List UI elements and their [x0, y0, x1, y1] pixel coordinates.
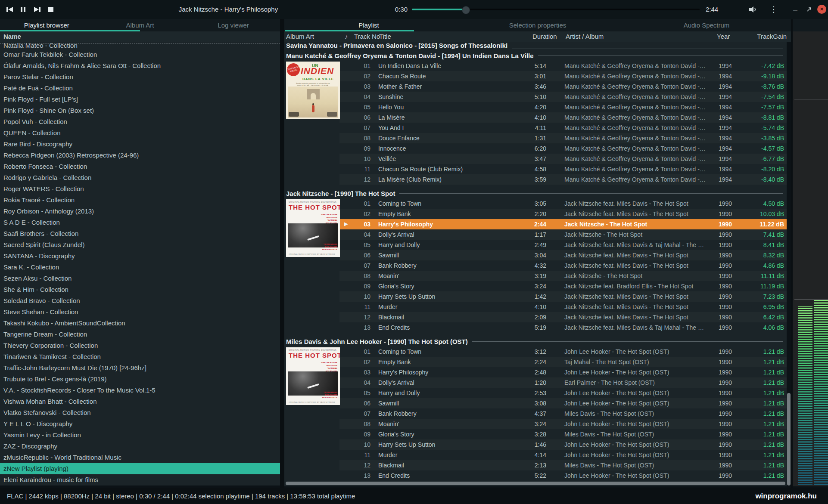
track-row[interactable]: 07Bank Robbery4:37Miles Davis - The Hot … [339, 408, 787, 419]
playlist-browser-item[interactable]: Roy Orbison - Anthology (2013) [0, 206, 280, 217]
playlist-browser-item[interactable]: Tinariwen & Tamikrest - Collection [0, 351, 280, 362]
track-row[interactable]: 08Moanin'3:19Jack Nitzsche - The Hot Spo… [339, 271, 787, 281]
playlist-browser-item[interactable]: Traffic-John Barleycorn Must Die (1970) … [0, 362, 280, 374]
tab-audio-spectrum[interactable]: Audio Spectrum [622, 19, 791, 31]
playlist-browser-item[interactable]: Popol Vuh - Collection [0, 116, 280, 127]
track-row[interactable]: 02Empty Bank2:20Jack Nitzsche feat. Mile… [339, 209, 787, 219]
album-art[interactable]: CHACUN SA ROUTEUNINDIENDANS LA VILLEBand… [286, 62, 340, 119]
stop-button[interactable] [47, 6, 55, 13]
playlist-browser-item[interactable]: Vlatko Stefanovski - Collection [0, 407, 280, 418]
track-row[interactable]: 05Hello You4:20Manu Katché & Geoffrey Or… [339, 102, 787, 112]
volume-button[interactable] [749, 6, 757, 13]
column-album-art[interactable]: Album Art [286, 31, 314, 42]
menu-button[interactable]: ⋮ [769, 6, 778, 13]
track-row[interactable]: 01Coming to Town3:05Jack Nitzsche feat. … [339, 198, 787, 209]
tab-playlist[interactable]: Playlist [284, 19, 453, 31]
track-row[interactable]: 06La Misère4:10Manu Katché & Geoffrey Or… [339, 112, 787, 123]
maximize-button[interactable] [805, 6, 813, 13]
playlist-browser-item[interactable]: zMusicRepublic - World Traditional Music [0, 452, 280, 463]
playlist-browser-item[interactable]: Pink Floyd - Shine On (Box set) [0, 105, 280, 116]
track-row[interactable]: 13End Credits5:19Jack Nitzsche feat. Mil… [339, 322, 787, 333]
playlist-browser-item[interactable]: Steve Shehan - Collection [0, 306, 280, 318]
playlist-browser-item[interactable]: Sezen Aksu - Collection [0, 273, 280, 284]
playlist-browser-item[interactable]: Y E L L O - Discography [0, 418, 280, 430]
playlist-browser-item[interactable]: Pink Floyd - Full set [LP's] [0, 94, 280, 105]
column-year[interactable]: Year [717, 31, 730, 42]
tab-album-art[interactable]: Album Art [93, 19, 187, 31]
playlist-browser-item[interactable]: QUEEN - Collection [0, 127, 280, 139]
track-row[interactable]: 09Gloria's Story3:24Jack Nitzsche feat. … [339, 281, 787, 291]
track-row[interactable]: 09Innocence6:20Manu Katché & Geoffrey Or… [339, 143, 787, 154]
playlist-browser-item[interactable]: Natalia Mateo - Collection [0, 42, 280, 49]
track-row[interactable]: 06Sawmill3:08John Lee Hooker - The Hot S… [339, 398, 787, 408]
track-row[interactable]: 08Douce Enfance1:31Manu Katché & Geoffre… [339, 133, 787, 143]
playlist-browser-item[interactable]: Trubute to Brel - Ces gens-là (2019) [0, 374, 280, 385]
playlist-browser-item[interactable]: SANTANA - Discography [0, 250, 280, 262]
track-row[interactable]: 01Un Indien Dans La Ville5:14Manu Katché… [339, 61, 787, 71]
playlist-browser-item[interactable]: Ólafur Arnalds, Nils Frahm & Alice Sara … [0, 60, 280, 71]
track-row[interactable]: 12Blackmail2:13Miles Davis - The Hot Spo… [339, 460, 787, 470]
playlist-browser-item[interactable]: V.A. - StockfishRecords - Closer To the … [0, 385, 280, 396]
playlist-browser-item[interactable]: Rare Bird - Discography [0, 139, 280, 150]
playlist-browser-item[interactable]: Parov Stelar - Collection [0, 71, 280, 83]
column-title[interactable]: Title [379, 31, 391, 42]
seek-handle[interactable] [462, 6, 470, 14]
tab-log-viewer[interactable]: Log viewer [187, 19, 280, 31]
playlist-browser-item[interactable]: Rokia Traoré - Collection [0, 195, 280, 206]
track-row[interactable]: 12Blackmail2:09Jack Nitzsche feat. Miles… [339, 312, 787, 322]
playlist-browser-item[interactable]: Sacred Spirit (Claus Zundel) [0, 239, 280, 250]
column-name[interactable]: Name [3, 31, 21, 42]
track-row[interactable]: 10Harry Sets Up Sutton1:46John Lee Hooke… [339, 439, 787, 450]
track-row[interactable]: 11Murder4:10Jack Nitzsche feat. Miles Da… [339, 302, 787, 312]
album-art[interactable]: ORIGINAL MOTION PICTURE SOUNDTRACKTHE HO… [286, 347, 340, 405]
tab-playlist-browser[interactable]: Playlist browser [0, 19, 93, 31]
track-row[interactable]: 07You And I4:11Manu Katché & Geoffrey Or… [339, 123, 787, 133]
playlist-browser-item[interactable]: Yasmin Levy - in Collection [0, 430, 280, 441]
track-row[interactable]: 06Sawmill3:04Jack Nitzsche feat. Miles D… [339, 250, 787, 260]
playlist-browser-item[interactable]: Eleni Karaindrou - music for films [0, 474, 280, 485]
track-row[interactable]: 03Harry's Philosophy2:48John Lee Hooker … [339, 367, 787, 377]
column-track-no[interactable]: Track No [354, 31, 380, 42]
track-row[interactable]: 04Dolly's Arrival1:17Jack Nitzsche - The… [339, 229, 787, 240]
track-row[interactable]: 13End Credits5:22John Lee Hooker - The H… [339, 470, 787, 481]
playlist-browser-item[interactable]: ZAZ - Discography [0, 441, 280, 452]
horizontal-scrollbar-thumb[interactable] [286, 482, 785, 485]
track-row[interactable]: 02Chacun Sa Route3:01Manu Katché & Geoff… [339, 71, 787, 81]
track-row[interactable]: 03Mother & Father3:46Manu Katché & Geoff… [339, 81, 787, 92]
track-row[interactable]: 10Veillée3:47Manu Katché & Geoffrey Orye… [339, 154, 787, 164]
playlist-browser-item[interactable]: Paté de Fuá - Collection [0, 83, 280, 94]
album-art[interactable]: ORIGINAL MOTION PICTURE SOUNDTRACKTHE HO… [286, 199, 340, 257]
pause-button[interactable] [19, 6, 28, 13]
playlist-browser-item[interactable]: Thievery Corporation - Collection [0, 340, 280, 351]
playlist-browser-item[interactable]: Roberto Fonseca - Collection [0, 161, 280, 172]
track-row[interactable]: 04Sunshine5:10Manu Katché & Geoffrey Ory… [339, 92, 787, 102]
minimize-button[interactable]: – [791, 6, 800, 13]
album-group-header[interactable]: Jack Nitzsche - [1990] The Hot Spot [284, 188, 787, 198]
tab-selection-properties[interactable]: Selection properties [453, 19, 622, 31]
track-row-playing[interactable]: 03Harry's Philosophy2:44Jack Nitzsche - … [339, 219, 787, 229]
track-row[interactable]: 05Harry and Dolly2:49Jack Nitzsche feat.… [339, 240, 787, 250]
track-row[interactable]: 09Gloria's Story3:28Miles Davis - The Ho… [339, 429, 787, 439]
playlist-browser-item[interactable]: Omar Faruk Tekbilek - Collection [0, 49, 280, 60]
track-row[interactable]: 10Harry Sets Up Sutton1:42Jack Nitzsche … [339, 291, 787, 302]
column-artist-album[interactable]: Artist / Album [566, 31, 604, 42]
track-row[interactable]: 08Moanin'3:24John Lee Hooker - The Hot S… [339, 419, 787, 429]
playlist-browser-item[interactable]: Saafi Brothers - Collection [0, 228, 280, 239]
album-group-header[interactable]: Miles Davis & John Lee Hooker - [1990] T… [284, 336, 787, 346]
playlist-browser-item[interactable]: Rebecca Pidgeon (2003) Retrospective (24… [0, 150, 280, 161]
playlist-browser-item[interactable]: Takashi Kokubo - AmbientSoundCollection [0, 318, 280, 329]
column-duration[interactable]: Duration [532, 31, 557, 42]
playlist-browser-item[interactable]: zNew Playlist (playing) [0, 463, 280, 474]
track-row[interactable]: 01Coming to Town3:12John Lee Hooker - Th… [339, 346, 787, 357]
playlist-browser-item[interactable]: Rodrigo y Gabriela - Collection [0, 172, 280, 183]
vertical-scrollbar-thumb[interactable] [787, 393, 791, 485]
playlist-browser-item[interactable]: Vishwa Mohan Bhatt - Collection [0, 396, 280, 407]
seek-bar[interactable] [412, 6, 700, 13]
playlist-browser-item[interactable]: S A D E - Collection [0, 217, 280, 228]
close-button[interactable]: ✕ [817, 5, 826, 14]
playlist-browser-item[interactable]: She & Him - Collection [0, 284, 280, 295]
next-track-button[interactable] [33, 6, 41, 13]
playlist-browser-item[interactable]: Soledad Bravo - Collection [0, 295, 280, 306]
track-row[interactable]: 07Bank Robbery4:32Jack Nitzsche feat. Mi… [339, 260, 787, 271]
playlist-browser-item[interactable]: Sara K. - Collection [0, 262, 280, 273]
